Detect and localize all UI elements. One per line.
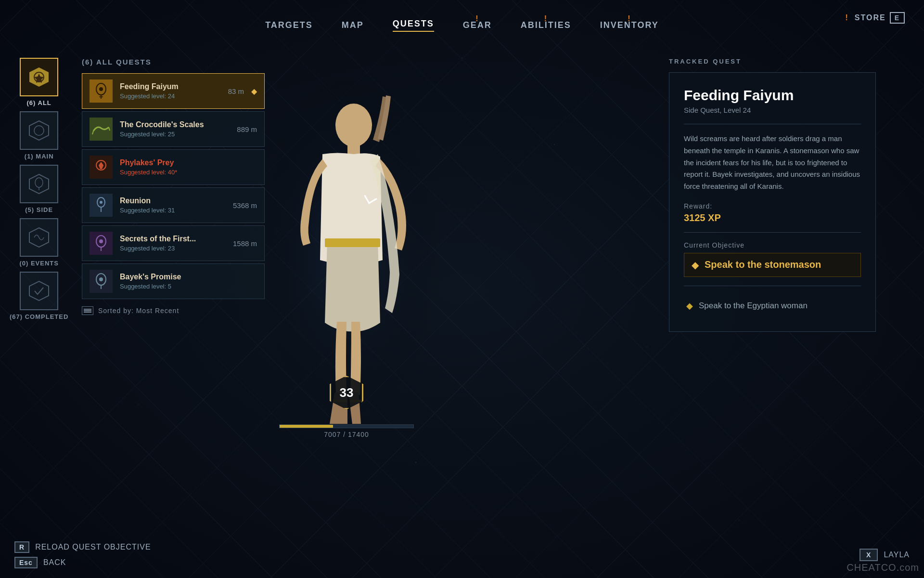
quest-name: Reunion [120,197,226,205]
character-label: LAYLA [884,551,910,559]
detail-description: Wild screams are heard after soldiers dr… [684,133,861,193]
quest-info-feeding-faiyum: Feeding Faiyum Suggested level: 24 [120,82,221,100]
divider-2 [684,232,861,233]
objective-main-text: Speak to the stonemason [705,259,821,270]
secondary-objective: ◆ Speak to the Egyptian woman [684,295,861,317]
character-action[interactable]: X LAYLA [860,549,910,561]
xp-bar-container: 7007 / 17400 [279,424,414,438]
nav-gear[interactable]: ! Gear [463,20,492,30]
back-key-badge: Esc [14,557,38,568]
svg-marker-8 [29,281,49,301]
nav-inventory[interactable]: ! Inventory [600,20,659,30]
sidebar-item-all[interactable]: (6) ALL [20,58,58,106]
quest-icon-reunion [90,194,113,217]
svg-point-30 [335,104,372,147]
quest-panel-title: (6) ALL QUESTS [82,58,265,66]
all-quests-icon [20,58,58,96]
quest-icon-crocodile [90,118,113,141]
sort-bar[interactable]: Sorted by: Most Recent [82,306,265,315]
detail-box: Feeding Faiyum Side Quest, Level 24 Wild… [669,72,876,332]
quest-active-marker: ◆ [251,87,257,96]
secondary-diamond-icon: ◆ [686,301,693,311]
quest-name: Phylakes' Prey [120,158,250,167]
quest-info-secrets: Secrets of the First... Suggested level:… [120,235,226,252]
notif-dot-store: ! [846,13,849,22]
character-key-badge: X [860,549,878,561]
quest-info-reunion: Reunion Suggested level: 31 [120,197,226,214]
side-quests-label: (5) SIDE [25,206,53,213]
objective-diamond-icon: ◆ [692,259,699,271]
svg-point-27 [99,277,103,281]
divider-3 [684,286,861,286]
quest-item-reunion[interactable]: Reunion Suggested level: 31 5368 m [82,187,265,223]
quest-info-phylakes: Phylakes' Prey Suggested level: 40* [120,158,250,176]
reload-action[interactable]: R RELOAD QUEST OBJECTIVE [14,541,151,553]
quest-level: Suggested level: 24 [120,92,221,100]
quest-name: Bayek's Promise [120,273,250,281]
reward-xp: 3125 XP [684,212,861,223]
bottom-right-actions: X LAYLA [860,549,910,561]
all-quests-label: (6) ALL [27,99,51,106]
quest-icon-bayeks [90,270,113,293]
quest-item-feeding-faiyum[interactable]: Feeding Faiyum Suggested level: 24 83 m … [82,73,265,109]
quest-info-crocodile: The Crocodile's Scales Suggested level: … [120,120,230,138]
side-quests-icon [20,165,58,203]
nav-map[interactable]: Map [342,20,364,30]
quest-distance: 83 m [228,87,244,95]
quest-icon-secrets [90,232,113,255]
quest-list-panel: (6) ALL QUESTS Feeding Faiyum Suggested … [82,58,265,315]
divider-1 [684,124,861,124]
completed-label: (67) COMPLETED [10,313,68,320]
quest-level: Suggested level: 5 [120,283,250,290]
quest-level: Suggested level: 40* [120,169,250,176]
store-key-badge: E [890,12,905,24]
reload-label: RELOAD QUEST OBJECTIVE [35,543,151,552]
notif-dot-inventory: ! [628,14,631,23]
xp-text: 7007 / 17400 [279,431,414,438]
bottom-bar: R RELOAD QUEST OBJECTIVE Esc BACK X LAYL… [14,541,910,568]
sidebar-item-completed[interactable]: (67) COMPLETED [10,272,68,320]
nav-quests[interactable]: Quests [393,19,434,32]
bottom-left-actions: R RELOAD QUEST OBJECTIVE Esc BACK [14,541,151,568]
secondary-objective-text: Speak to the Egyptian woman [699,301,808,311]
quest-icon-phylakes [90,156,113,179]
quest-item-secrets[interactable]: Secrets of the First... Suggested level:… [82,225,265,261]
reload-key-badge: R [14,541,29,553]
quest-item-crocodile-scales[interactable]: The Crocodile's Scales Suggested level: … [82,111,265,147]
reward-label: Reward: [684,202,861,210]
events-label: (0) EVENTS [19,260,59,267]
svg-marker-2 [29,121,49,140]
quest-item-bayeks-promise[interactable]: Bayek's Promise Suggested level: 5 [82,263,265,299]
main-quests-label: (1) MAIN [25,153,54,160]
svg-point-19 [100,201,103,204]
sidebar-item-side[interactable]: (5) SIDE [20,165,58,213]
quest-name: Feeding Faiyum [120,82,221,91]
nav-abilities[interactable]: ! Abilities [521,20,571,30]
notif-dot-gear: ! [475,14,479,23]
sidebar-item-events[interactable]: (0) EVENTS [19,218,59,267]
svg-marker-4 [29,174,49,194]
sort-icon [82,306,93,315]
events-icon [20,218,58,257]
sort-label: Sorted by: Most Recent [98,307,179,315]
nav-targets[interactable]: Targets [265,20,313,30]
sidebar-item-main[interactable]: (1) MAIN [20,111,58,160]
back-label: BACK [43,558,66,567]
objective-label: Current Objective [684,241,861,249]
notif-dot-abilities: ! [544,14,548,23]
quest-level: Suggested level: 23 [120,245,226,252]
svg-point-23 [99,239,103,243]
store-button[interactable]: ! STORE E [846,12,905,24]
quest-name: The Crocodile's Scales [120,120,230,129]
detail-quest-name: Feeding Faiyum [684,87,861,103]
svg-point-5 [35,178,43,187]
svg-point-3 [34,126,44,135]
quest-level: Suggested level: 25 [120,131,230,138]
quest-detail-panel: TRACKED QUEST Feeding Faiyum Side Quest,… [669,58,876,332]
quest-info-bayeks: Bayek's Promise Suggested level: 5 [120,273,250,290]
quest-category-sidebar: (6) ALL (1) MAIN (5) SIDE (0) EV [10,58,68,320]
quest-list: Feeding Faiyum Suggested level: 24 83 m … [82,73,265,299]
back-action[interactable]: Esc BACK [14,557,151,568]
xp-bar-fill [280,425,333,428]
quest-item-phylakes[interactable]: Phylakes' Prey Suggested level: 40* [82,149,265,185]
